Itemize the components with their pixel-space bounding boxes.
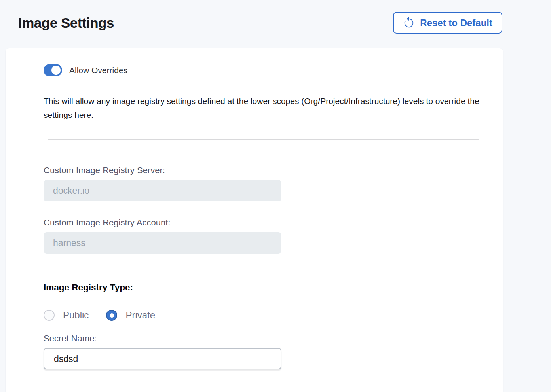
public-radio-label: Public xyxy=(63,310,89,321)
registry-server-label: Custom Image Registry Server: xyxy=(44,165,479,176)
public-radio-button[interactable] xyxy=(44,310,55,321)
reset-icon xyxy=(403,17,415,29)
registry-account-field: Custom Image Registry Account: xyxy=(44,218,479,254)
allow-overrides-toggle[interactable] xyxy=(44,64,62,76)
registry-server-input xyxy=(44,180,281,201)
allow-overrides-row: Allow Overrides xyxy=(44,64,479,76)
overrides-description: This will allow any image registry setti… xyxy=(44,94,479,122)
toggle-knob xyxy=(51,66,61,75)
registry-account-label: Custom Image Registry Account: xyxy=(44,218,479,228)
private-radio-label: Private xyxy=(125,310,155,321)
reset-button-label: Reset to Default xyxy=(420,17,492,28)
secret-name-label: Secret Name: xyxy=(44,333,479,344)
registry-type-heading: Image Registry Type: xyxy=(44,282,479,293)
page-title: Image Settings xyxy=(18,15,114,31)
registry-server-field: Custom Image Registry Server: xyxy=(44,165,479,201)
private-radio-button[interactable] xyxy=(106,310,117,321)
radio-option-public[interactable]: Public xyxy=(44,310,89,321)
allow-overrides-label: Allow Overrides xyxy=(69,66,127,75)
registry-account-input xyxy=(44,232,281,254)
radio-option-private[interactable]: Private xyxy=(106,310,155,321)
secret-name-input[interactable] xyxy=(44,348,281,369)
reset-to-default-button[interactable]: Reset to Default xyxy=(393,12,502,34)
image-settings-page: Image Settings Reset to Default Allow Ov… xyxy=(0,0,551,392)
secret-name-field: Secret Name: xyxy=(44,333,479,369)
section-divider xyxy=(48,139,479,140)
settings-card: Allow Overrides This will allow any imag… xyxy=(6,48,503,392)
page-header: Image Settings Reset to Default xyxy=(0,0,551,34)
registry-type-radio-group: Public Private xyxy=(44,310,479,321)
